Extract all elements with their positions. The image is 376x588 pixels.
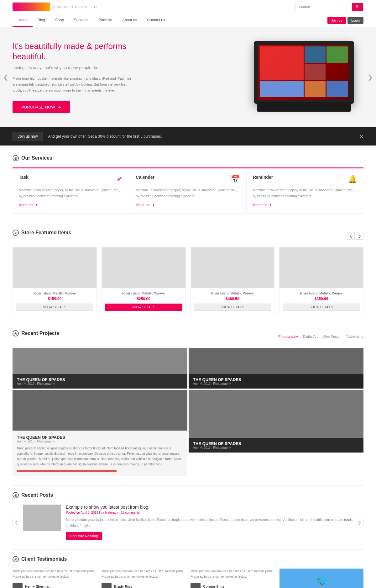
testimonial-1: Morbi pretium gravida justo nec ultrices… <box>102 569 185 588</box>
store-thumb-3 <box>279 247 363 288</box>
project-meta-2: April 4, 2013 | Photography <box>17 440 183 443</box>
author-name-2: Connor Sims <box>203 585 225 588</box>
store-section: ◎ Store Featured Items ❮ ❯ River Island … <box>0 223 376 324</box>
author-name-1: Brady Rios <box>114 585 135 588</box>
project-item-3: THE QUEEN OF SPADES April 4, 2013 | Phot… <box>189 390 363 453</box>
continue-reading-button[interactable]: Continue Reading <box>66 532 102 540</box>
show-details-button-0[interactable]: SHOW DETAILS <box>16 304 93 311</box>
task-icon: ✔ <box>117 175 123 183</box>
author-name-0: Henry Sherman <box>25 585 51 588</box>
show-details-button-2[interactable]: SHOW DETAILS <box>194 304 271 311</box>
more-arrow-icon-2: ➜ <box>152 203 154 207</box>
hero-subtitle: Loving it is easy, that's why so many pe… <box>13 65 132 70</box>
promo-text: And get your own offer, Get a 30% discou… <box>48 134 354 139</box>
posts-prev-button[interactable]: ❮ <box>13 519 20 526</box>
store-section-title: ◎ Store Featured Items <box>13 230 71 236</box>
store-price-0: $159.00 <box>16 297 93 301</box>
projects-section: ◎ Recent Projects Photography Digital Ar… <box>0 324 376 485</box>
hero-arrow-right[interactable]: ❯ <box>368 73 373 81</box>
services-grid: Task ✔ Machine in which cloth paper, or … <box>13 167 363 214</box>
service-more-reminder[interactable]: More Info ➜ <box>253 203 271 207</box>
promo-join-button[interactable]: Join us now <box>13 132 43 141</box>
nav-contact[interactable]: Contact us <box>142 14 170 27</box>
testimonial-text-0: Morbi pretium gravida justo nec ultrices… <box>13 569 97 579</box>
filter-digital-art[interactable]: Digital Art <box>303 335 318 338</box>
service-more-calender[interactable]: More Info ➜ <box>136 203 154 207</box>
more-arrow-icon-3: ➜ <box>269 203 271 207</box>
service-title-task: Task <box>19 175 29 180</box>
project-title-0: THE QUEEN OF SPADES <box>17 377 183 382</box>
service-card-reminder: Reminder 🔔 Machine in which cloth paper,… <box>247 168 363 214</box>
store-next-button[interactable]: ❯ <box>356 232 363 240</box>
filter-photography[interactable]: Photography <box>278 335 298 338</box>
store-thumb-0 <box>13 247 97 288</box>
nav-home[interactable]: Home <box>13 14 33 27</box>
post-title-0: Example to show you latest post from blo… <box>66 505 353 510</box>
author-avatar-0 <box>13 583 23 588</box>
nav-blog[interactable]: Blog <box>33 14 50 27</box>
project-item-0: THE QUEEN OF SPADES April 4, 2013 | Phot… <box>13 348 187 389</box>
hero-arrow-left[interactable]: ❮ <box>3 73 8 81</box>
nav-portfolio[interactable]: Portfolio <box>93 14 117 27</box>
login-button[interactable]: Login <box>347 17 363 24</box>
hero-image <box>244 40 363 115</box>
show-details-button-1[interactable]: SHOW DETAILS <box>105 304 182 311</box>
project-item-1: THE QUEEN OF SPADES April 4, 2013 | Phot… <box>189 348 363 389</box>
nav-links: Home Blog Shop Services Portfolio About … <box>13 14 170 27</box>
store-item-0: River Island Metallic Weave $159.00 SHOW… <box>13 247 97 314</box>
posts-section: ◎ Recent Posts ❮ Example to show you lat… <box>0 486 376 549</box>
search-button[interactable]: 🔍 <box>352 3 363 11</box>
post-excerpt-0: Morbi pretium gravida justo nec ultrices… <box>66 517 353 528</box>
store-item-1: River Island Metallic Weave $250.00 SHOW… <box>102 247 186 314</box>
hero-text: It's beautifully made & performs beautif… <box>13 41 132 114</box>
services-icon: ◎ <box>13 155 19 161</box>
tablet-screen <box>258 45 349 100</box>
promo-close-icon[interactable]: ✕ <box>359 134 363 140</box>
arrow-icon: ➜ <box>58 105 61 109</box>
testimonials-section: ◎ Client Testimonials Morbi pretium grav… <box>0 550 376 588</box>
purchase-button[interactable]: PURCHASE NOW ➜ <box>13 101 70 113</box>
testimonial-text-2: Morbi pretium gravida justo nec ultrices… <box>191 569 274 579</box>
nav-about[interactable]: About us <box>117 14 142 27</box>
twitter-icon: 🐦 <box>315 575 329 588</box>
tablet-body <box>254 41 354 104</box>
calender-icon: 📅 <box>231 175 240 183</box>
nav-buttons: Join us Login <box>327 17 363 24</box>
store-price-1: $250.00 <box>105 297 182 301</box>
store-name-0: River Island Metallic Weave <box>16 291 93 295</box>
filter-advertising[interactable]: Advertising <box>347 335 363 338</box>
service-desc-task: Machine in which cloth paper, or the lik… <box>19 187 123 199</box>
store-price-3: $350.99 <box>283 297 360 301</box>
project-title-2: THE QUEEN OF SPADES <box>17 435 183 440</box>
nav-shop[interactable]: Shop <box>50 14 69 27</box>
services-section: ◎ Our Services Task ✔ Machine in which c… <box>0 146 376 223</box>
testimonial-text-1: Morbi pretium gravida justo nec ultrices… <box>102 569 185 579</box>
navigation: Home Blog Shop Services Portfolio About … <box>0 14 376 27</box>
project-item-2: THE QUEEN OF SPADES April 4, 2013 | Phot… <box>13 390 187 476</box>
posts-next-button[interactable]: ❯ <box>356 519 363 526</box>
search-input[interactable] <box>296 3 352 11</box>
testimonials-icon: ◎ <box>13 556 19 562</box>
store-item-3: River Island Metallic Weave $350.99 SHOW… <box>279 247 363 314</box>
posts-icon: ◎ <box>13 492 19 498</box>
filter-web-design[interactable]: Web Design <box>323 335 342 338</box>
promo-bar: Join us now And get your own offer, Get … <box>0 127 376 146</box>
post-thumbnail-0 <box>23 505 61 531</box>
service-more-task[interactable]: More Info ➜ <box>19 203 37 207</box>
store-prev-button[interactable]: ❮ <box>347 232 355 240</box>
reminder-icon: 🔔 <box>348 175 357 183</box>
posts-section-title: ◎ Recent Posts <box>13 492 363 498</box>
twitter-widget: 🐦 Nulla molestie libero sit amet sem ull… <box>279 569 363 588</box>
show-details-button-3[interactable]: SHOW DETAILS <box>283 304 360 311</box>
author-avatar-2 <box>191 583 201 588</box>
nav-services[interactable]: Services <box>69 14 93 27</box>
store-thumb-1 <box>102 247 185 288</box>
project-meta-1: April 4, 2013 | Photography <box>193 382 359 385</box>
author-avatar-1 <box>102 583 112 588</box>
projects-filter: Photography Digital Art Web Design Adver… <box>278 335 363 338</box>
testimonials-grid: Morbi pretium gravida justo nec ultrices… <box>13 569 363 588</box>
testimonials-section-title: ◎ Client Testimonials <box>13 556 363 562</box>
join-button[interactable]: Join us <box>327 17 346 24</box>
services-section-title: ◎ Our Services <box>13 155 363 161</box>
store-grid: River Island Metallic Weave $159.00 SHOW… <box>13 247 363 314</box>
